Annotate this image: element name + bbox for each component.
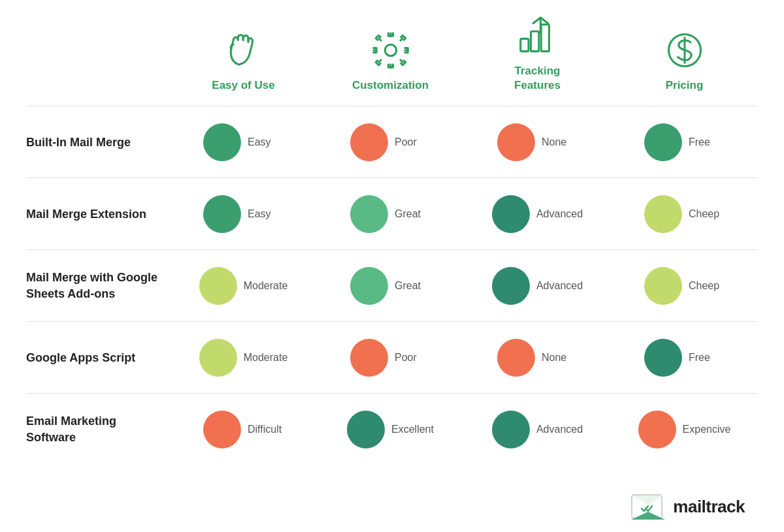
rating-text: Advanced: [536, 280, 583, 292]
rating-text: Advanced: [536, 208, 583, 220]
rating-cell-1-1: Great: [317, 195, 464, 233]
rating-cell-2-1: Great: [317, 267, 464, 305]
row-label: Built-In Mail Merge: [26, 134, 170, 150]
rating-cell-1-0: Easy: [170, 195, 317, 233]
header-pricing: Pricing: [611, 27, 758, 93]
mailtrack-envelope-icon: [631, 494, 662, 519]
rating-text: None: [542, 136, 578, 148]
rating-text: Expencive: [683, 424, 731, 435]
header-easy-of-use: Easy of Use: [170, 27, 317, 93]
rating-dot: [350, 123, 388, 161]
rating-cell-1-2: Advanced: [464, 195, 611, 233]
row-label: Email Marketing Software: [26, 413, 170, 445]
rating-dot: [644, 123, 682, 161]
table-row: Email Marketing SoftwareDifficultExcelle…: [26, 393, 758, 465]
rating-dot: [350, 267, 388, 305]
rating-cell-4-0: Difficult: [170, 411, 317, 448]
rating-text: Great: [395, 280, 431, 292]
hand-icon: [221, 27, 267, 73]
row-label: Mail Merge Extension: [26, 206, 170, 222]
rating-text: Easy: [248, 208, 284, 220]
rating-cell-3-3: Free: [611, 339, 758, 377]
header-custom-label: Customization: [352, 78, 429, 93]
svg-rect-3: [541, 25, 549, 52]
rating-cell-0-1: Poor: [317, 123, 464, 161]
rating-text: Free: [689, 136, 725, 148]
rating-dot: [497, 339, 535, 377]
rating-dot: [492, 267, 530, 305]
rating-text: Easy: [248, 136, 284, 148]
comparison-table: Easy of Use: [0, 0, 784, 532]
row-label: Google Apps Script: [26, 350, 170, 366]
rating-cell-3-2: None: [464, 339, 611, 377]
rating-cell-2-0: Moderate: [170, 267, 317, 305]
svg-point-0: [385, 44, 397, 56]
dollar-icon: [662, 27, 708, 73]
rating-dot: [350, 339, 388, 377]
rating-dot: [497, 123, 535, 161]
rating-cell-0-0: Easy: [170, 123, 317, 161]
rating-cell-2-3: Cheep: [611, 267, 758, 305]
mailtrack-brand: mailtrack: [673, 497, 745, 517]
rating-text: Cheep: [689, 280, 725, 292]
rating-dot: [644, 195, 682, 233]
rating-dot: [492, 411, 530, 448]
header-customization: Customization: [317, 27, 464, 93]
rating-dot: [203, 195, 241, 233]
rating-text: Moderate: [244, 280, 288, 292]
rating-text: Poor: [395, 352, 431, 364]
rating-dot: [203, 411, 241, 448]
rating-cell-4-2: Advanced: [464, 411, 611, 448]
table-row: Built-In Mail MergeEasyPoorNoneFree: [26, 106, 758, 178]
rating-text: Excellent: [391, 424, 434, 435]
rating-cell-3-0: Moderate: [170, 339, 317, 377]
row-label: Mail Merge with Google Sheets Add-ons: [26, 270, 170, 302]
rating-cell-0-2: None: [464, 123, 611, 161]
check-marks-svg: [641, 504, 653, 513]
header-tracking: Tracking Features: [464, 13, 611, 93]
rating-dot: [199, 267, 237, 305]
header-pricing-label: Pricing: [666, 78, 704, 93]
rating-text: Great: [395, 208, 431, 220]
chart-icon: [515, 13, 561, 59]
rating-cell-1-3: Cheep: [611, 195, 758, 233]
footer: mailtrack: [26, 488, 758, 519]
rating-cell-4-1: Excellent: [317, 411, 464, 448]
rating-text: Cheep: [689, 208, 725, 220]
rating-dot: [350, 195, 388, 233]
header-easy-label: Easy of Use: [212, 78, 274, 93]
table-row: Mail Merge ExtensionEasyGreatAdvancedChe…: [26, 178, 758, 249]
svg-rect-1: [520, 39, 528, 51]
rating-text: Advanced: [536, 424, 583, 435]
header-tracking-label: Tracking Features: [514, 64, 561, 93]
rating-cell-2-2: Advanced: [464, 267, 611, 305]
rating-dot: [644, 339, 682, 377]
table-body: Built-In Mail MergeEasyPoorNoneFreeMail …: [26, 106, 758, 488]
rating-text: Moderate: [244, 352, 288, 364]
table-row: Google Apps ScriptModeratePoorNoneFree: [26, 321, 758, 393]
rating-text: Free: [689, 352, 725, 364]
rating-cell-4-3: Expencive: [611, 411, 758, 448]
rating-dot: [347, 411, 385, 448]
rating-text: None: [542, 352, 578, 364]
rating-dot: [199, 339, 237, 377]
rating-text: Difficult: [248, 424, 284, 435]
rating-dot: [638, 411, 676, 448]
rating-dot: [203, 123, 241, 161]
rating-dot: [492, 195, 530, 233]
table-header: Easy of Use: [26, 13, 758, 99]
rating-dot: [644, 267, 682, 305]
rating-text: Poor: [395, 136, 431, 148]
gear-icon: [368, 27, 414, 73]
table-row: Mail Merge with Google Sheets Add-onsMod…: [26, 249, 758, 321]
svg-rect-2: [531, 31, 538, 52]
rating-cell-0-3: Free: [611, 123, 758, 161]
rating-cell-3-1: Poor: [317, 339, 464, 377]
